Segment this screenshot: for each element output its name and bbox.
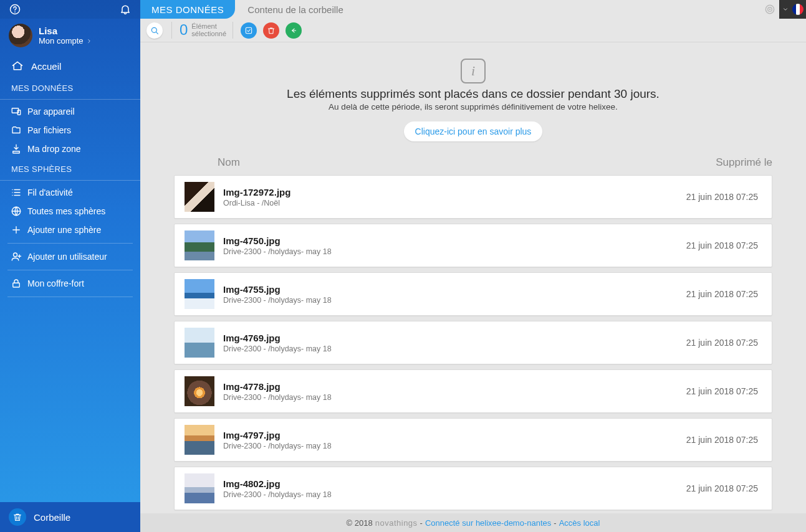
nav-dropzone-label: Ma drop zone (27, 144, 81, 154)
select-all-button[interactable] (241, 22, 257, 39)
nav-add-sphere[interactable]: Ajouter une sphère (0, 221, 140, 239)
nav-activity[interactable]: Fil d'activité (0, 183, 140, 202)
nav-by-device-label: Par appareil (27, 107, 75, 116)
lock-icon (10, 278, 22, 289)
table-row[interactable]: Img-4750.jpgDrive-2300 - /holydays- may … (174, 224, 772, 267)
nav: Accueil MES DONNÉES Par appareil Par fic… (0, 54, 140, 302)
file-name: Img-4755.jpg (223, 284, 678, 295)
chevron-down-icon (782, 6, 789, 12)
svg-rect-6 (13, 283, 20, 287)
globe-icon (10, 206, 22, 217)
table-row[interactable]: Img-4755.jpgDrive-2300 - /holydays- may … (174, 272, 772, 316)
account-label: Mon compte (39, 36, 92, 45)
table-row[interactable]: Img-4778.jpgDrive-2300 - /holydays- may … (174, 369, 772, 413)
file-name: Img-4802.jpg (223, 478, 678, 489)
tab-mes-donnees[interactable]: MES DONNÉES (140, 0, 235, 19)
nav-home[interactable]: Accueil (0, 55, 140, 77)
info-title: Les éléments supprimés sont placés dans … (153, 87, 794, 101)
thumbnail (185, 328, 214, 358)
deleted-date: 21 juin 2018 07:25 (686, 483, 762, 493)
file-path: Drive-2300 - /holydays- may 18 (223, 490, 678, 499)
nav-by-files[interactable]: Par fichiers (0, 121, 140, 140)
footer: © 2018 novathings - Connecté sur helixee… (140, 513, 806, 532)
nav-vault-label: Mon coffre-fort (27, 278, 84, 288)
footer-copyright: © 2018 (347, 518, 373, 528)
nav-by-files-label: Par fichiers (27, 125, 71, 135)
column-name[interactable]: Nom (186, 156, 654, 169)
nav-add-sphere-label: Ajouter une sphère (27, 225, 101, 235)
thumbnail (185, 376, 214, 406)
table-row[interactable]: Img-172972.jpgOrdi-Lisa - /Noël21 juin 2… (174, 175, 772, 219)
learn-more-button[interactable]: Cliquez-ici pour en savoir plus (404, 121, 543, 141)
language-dropdown[interactable] (779, 0, 806, 19)
restore-button[interactable] (285, 22, 302, 39)
row-text: Img-4755.jpgDrive-2300 - /holydays- may … (223, 284, 678, 305)
info-box: i Les éléments supprimés sont placés dan… (140, 42, 806, 153)
nav-vault[interactable]: Mon coffre-fort (0, 274, 140, 293)
divider (7, 270, 133, 270)
file-path: Drive-2300 - /holydays- may 18 (223, 344, 678, 353)
avatar (9, 24, 32, 47)
nav-trash-label: Corbeille (34, 512, 70, 523)
svg-point-10 (151, 27, 156, 32)
row-text: Img-4802.jpgDrive-2300 - /holydays- may … (223, 478, 678, 499)
file-path: Drive-2300 - /holydays- may 18 (223, 247, 678, 256)
add-user-icon (10, 251, 22, 262)
thumbnail (185, 182, 214, 212)
user-name: Lisa (39, 26, 92, 36)
topbar-right (760, 0, 806, 19)
svg-rect-3 (17, 110, 21, 115)
file-name: Img-4750.jpg (223, 235, 678, 246)
row-text: Img-4778.jpgDrive-2300 - /holydays- may … (223, 381, 678, 402)
chevron-right-icon (86, 38, 92, 44)
deleted-date: 21 juin 2018 07:25 (686, 338, 762, 348)
sidebar: Lisa Mon compte Accueil MES DONNÉES Par … (0, 0, 140, 532)
deleted-date: 21 juin 2018 07:25 (686, 386, 762, 396)
search-button[interactable] (146, 22, 163, 39)
target-icon[interactable] (760, 0, 779, 19)
footer-brand[interactable]: novathings (375, 518, 418, 528)
home-icon (11, 60, 24, 72)
topbar: MES DONNÉES Contenu de la corbeille (140, 0, 806, 19)
device-icon (10, 106, 22, 117)
file-name: Img-172972.jpg (223, 187, 678, 197)
column-deleted[interactable]: Supprimé le (654, 156, 772, 169)
table-header: Nom Supprimé le (143, 153, 804, 175)
selection-count: 0 Élément sélectionné (171, 22, 233, 38)
breadcrumb: Contenu de la corbeille (235, 4, 343, 15)
thumbnail (185, 279, 214, 309)
plus-icon (10, 224, 22, 235)
file-path: Drive-2300 - /holydays- may 18 (223, 296, 678, 305)
nav-all-spheres-label: Toutes mes sphères (27, 206, 105, 216)
nav-dropzone[interactable]: Ma drop zone (0, 140, 140, 158)
row-text: Img-4797.jpgDrive-2300 - /holydays- may … (223, 430, 678, 450)
divider (7, 297, 133, 297)
thumbnail (185, 473, 214, 503)
table-row[interactable]: Img-4797.jpgDrive-2300 - /holydays- may … (174, 418, 772, 462)
nav-trash[interactable]: Corbeille (0, 502, 140, 532)
nav-all-spheres[interactable]: Toutes mes sphères (0, 202, 140, 221)
svg-rect-11 (246, 27, 251, 33)
help-icon[interactable] (9, 3, 21, 16)
selection-count-number: 0 (180, 22, 188, 38)
content[interactable]: i Les éléments supprimés sont placés dan… (140, 42, 806, 532)
toolbar: 0 Élément sélectionné (140, 19, 806, 42)
section-mes-donnees: MES DONNÉES (0, 77, 140, 100)
trash-icon (9, 508, 26, 526)
main: MES DONNÉES Contenu de la corbeille 0 Él… (140, 0, 806, 532)
table-row[interactable]: Img-4802.jpgDrive-2300 - /holydays- may … (174, 467, 772, 510)
table-row[interactable]: Img-4769.jpgDrive-2300 - /holydays- may … (174, 321, 772, 364)
footer-connected[interactable]: Connecté sur helixee-demo-nantes (425, 518, 551, 528)
nav-add-user[interactable]: Ajouter un utilisateur (0, 247, 140, 266)
thumbnail (185, 230, 214, 260)
nav-by-device[interactable]: Par appareil (0, 102, 140, 121)
delete-button[interactable] (263, 22, 279, 39)
sidebar-topbar (0, 0, 140, 19)
deleted-date: 21 juin 2018 07:25 (686, 289, 762, 299)
row-text: Img-172972.jpgOrdi-Lisa - /Noël (223, 187, 678, 207)
divider (7, 243, 133, 244)
bell-icon[interactable] (119, 3, 132, 16)
footer-access[interactable]: Accès local (559, 518, 600, 528)
svg-point-1 (14, 11, 16, 12)
user-account-link[interactable]: Lisa Mon compte (0, 19, 140, 54)
